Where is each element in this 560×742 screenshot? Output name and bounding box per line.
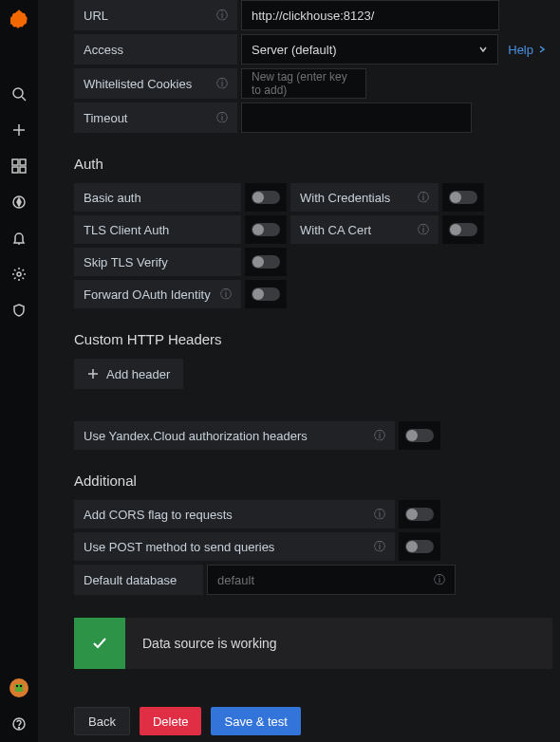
banner-message: Data source is working xyxy=(125,618,552,669)
dashboards-icon[interactable] xyxy=(0,148,38,184)
svg-rect-14 xyxy=(16,685,18,687)
configuration-icon[interactable] xyxy=(0,256,38,292)
search-icon[interactable] xyxy=(0,76,38,112)
back-button[interactable]: Back xyxy=(74,707,130,735)
chevron-down-icon xyxy=(478,45,488,54)
default-db-input[interactable]: default ⓘ xyxy=(207,565,456,595)
svg-marker-9 xyxy=(17,198,21,206)
tls-client-label: TLS Client Auth xyxy=(74,215,241,244)
save-test-button[interactable]: Save & test xyxy=(211,707,300,735)
help-icon[interactable] xyxy=(0,706,38,742)
timeout-label: Timeout ⓘ xyxy=(74,102,237,133)
with-ca-label: With CA Certⓘ xyxy=(290,215,439,244)
section-auth-title: Auth xyxy=(74,156,552,172)
with-ca-toggle[interactable] xyxy=(442,215,484,244)
default-db-label: Default database xyxy=(74,565,203,595)
plus-icon xyxy=(87,368,99,380)
svg-rect-7 xyxy=(20,167,26,173)
yandex-label: Use Yandex.Cloud authorization headers ⓘ xyxy=(74,421,395,450)
access-select[interactable]: Server (default) xyxy=(241,34,498,65)
user-avatar[interactable] xyxy=(0,670,38,706)
info-icon[interactable]: ⓘ xyxy=(220,287,232,303)
check-icon xyxy=(74,618,125,669)
shield-icon[interactable] xyxy=(0,292,38,328)
url-input[interactable] xyxy=(241,0,499,30)
navigation-sidebar xyxy=(0,0,38,742)
svg-rect-4 xyxy=(12,159,18,165)
info-icon[interactable]: ⓘ xyxy=(216,110,228,126)
tls-client-toggle[interactable] xyxy=(245,215,287,244)
cookies-tag-input[interactable]: New tag (enter key to add) xyxy=(241,68,366,99)
access-label: Access xyxy=(74,34,237,65)
basic-auth-label: Basic auth xyxy=(74,183,241,212)
forward-oauth-toggle[interactable] xyxy=(245,280,287,308)
forward-oauth-label: Forward OAuth Identityⓘ xyxy=(74,280,241,308)
add-header-button[interactable]: Add header xyxy=(74,359,183,389)
with-credentials-label: With Credentialsⓘ xyxy=(290,183,439,212)
cors-label: Add CORS flag to requests ⓘ xyxy=(74,500,395,529)
svg-rect-15 xyxy=(20,685,22,687)
with-credentials-toggle[interactable] xyxy=(442,183,484,212)
grafana-logo[interactable] xyxy=(10,9,28,28)
basic-auth-toggle[interactable] xyxy=(245,183,287,212)
info-icon[interactable]: ⓘ xyxy=(216,8,228,24)
info-icon[interactable]: ⓘ xyxy=(374,539,385,555)
info-icon[interactable]: ⓘ xyxy=(418,190,429,206)
timeout-input[interactable] xyxy=(241,102,472,133)
post-toggle[interactable] xyxy=(399,532,440,561)
skip-tls-label: Skip TLS Verify xyxy=(74,248,241,276)
info-icon[interactable]: ⓘ xyxy=(418,222,429,238)
info-icon[interactable]: ⓘ xyxy=(216,76,228,92)
yandex-toggle[interactable] xyxy=(399,421,440,450)
svg-point-0 xyxy=(13,88,23,98)
cors-toggle[interactable] xyxy=(399,500,440,529)
info-icon[interactable]: ⓘ xyxy=(374,428,385,444)
section-additional-title: Additional xyxy=(74,473,552,489)
svg-rect-6 xyxy=(12,167,18,173)
svg-point-17 xyxy=(19,728,20,729)
plus-icon[interactable] xyxy=(0,112,38,148)
svg-rect-5 xyxy=(20,159,26,165)
delete-button[interactable]: Delete xyxy=(140,707,202,735)
cookies-label: Whitelisted Cookies ⓘ xyxy=(74,68,237,99)
svg-line-1 xyxy=(22,97,26,101)
section-headers-title: Custom HTTP Headers xyxy=(74,331,552,347)
alerting-icon[interactable] xyxy=(0,220,38,256)
post-label: Use POST method to send queries ⓘ xyxy=(74,532,395,561)
explore-icon[interactable] xyxy=(0,184,38,220)
skip-tls-toggle[interactable] xyxy=(245,248,287,276)
url-label: URL ⓘ xyxy=(74,0,237,30)
info-icon[interactable]: ⓘ xyxy=(434,572,445,588)
svg-point-11 xyxy=(17,272,21,276)
success-banner: Data source is working xyxy=(74,618,552,669)
info-icon[interactable]: ⓘ xyxy=(374,507,385,523)
help-link[interactable]: Help xyxy=(502,43,552,57)
main-content: URL ⓘ Access Server (default) Help Wh xyxy=(38,0,560,742)
